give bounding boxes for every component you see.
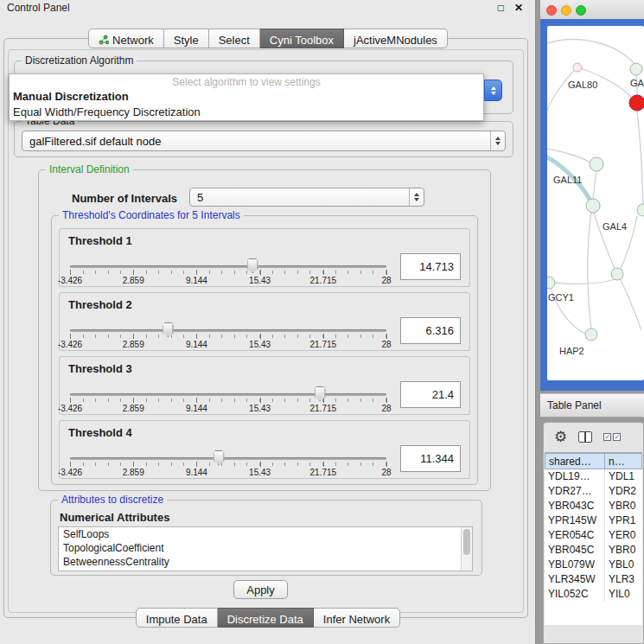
network-view-window: GAL80 GA GAL11 GAL4 GCY1 HAP2 [540, 0, 644, 391]
table-row[interactable]: YBR045CYBR0 [545, 543, 642, 558]
scrollbar-thumb[interactable] [463, 529, 470, 555]
threshold-2-panel: Threshold 2 -3.426 2.859 9.144 15.43 21.… [59, 292, 470, 351]
slider-track[interactable] [70, 457, 386, 460]
network-node[interactable] [590, 157, 603, 171]
table-panel-title: Table Panel [540, 399, 602, 411]
algorithm-option-equal-width[interactable]: Equal Width/Frequency Discretization [10, 105, 483, 120]
tab-style[interactable]: Style [164, 29, 209, 48]
network-canvas[interactable]: GAL80 GA GAL11 GAL4 GCY1 HAP2 [547, 26, 644, 380]
thresholds-group: Threshold's Coordinates for 5 Intervals … [51, 215, 478, 485]
checkbox-icon[interactable]: ✓ [613, 433, 621, 441]
slider-track[interactable] [70, 393, 386, 396]
slider-minor-ticks [70, 335, 386, 338]
network-node[interactable] [637, 204, 644, 216]
table-row[interactable]: YLR345WYLR3 [545, 572, 642, 587]
table-panel-window: ⚙ ✓ ✓ shared… n… YDL19…YDL1 YDR27…YDR2 Y… [543, 422, 644, 644]
tab-discretize-data[interactable]: Discretize Data [218, 608, 314, 628]
node-label: GCY1 [548, 292, 574, 303]
threshold-3-slider[interactable]: -3.426 2.859 9.144 15.43 21.715 28 [70, 386, 386, 412]
table-panel-toolbar: ⚙ ✓ ✓ [544, 423, 643, 450]
table-row[interactable]: YIL052CYIL0 [545, 587, 642, 602]
threshold-3-label: Threshold 3 [68, 362, 132, 375]
threshold-4-value-field[interactable]: 11.344 [400, 445, 461, 472]
tab-impute-data[interactable]: Impute Data [136, 608, 218, 628]
apply-button[interactable]: Apply [233, 580, 288, 599]
tab-cyni-toolbox[interactable]: Cyni Toolbox [260, 29, 344, 48]
table-panel-header: Table Panel [540, 393, 644, 418]
network-node[interactable] [586, 199, 600, 213]
combo-up-arrow-icon [491, 86, 496, 90]
table-row[interactable]: YBR043CYBR0 [545, 499, 642, 513]
slider-tick-labels: -3.426 2.859 9.144 15.43 21.715 28 [70, 276, 386, 286]
list-item[interactable]: SelfLoops [59, 527, 472, 541]
combo-updown-arrows-icon [490, 131, 505, 150]
tab-select[interactable]: Select [209, 29, 260, 48]
discretization-algorithm-group-label: Discretization Algorithm [22, 54, 137, 67]
list-item[interactable]: BetweennessCentrality [59, 555, 472, 569]
algorithm-combobox-arrows[interactable] [484, 80, 502, 101]
threshold-1-label: Threshold 1 [68, 234, 132, 247]
list-item[interactable]: TopologicalCoefficient [59, 541, 472, 555]
slider-tick-labels: -3.426 2.859 9.144 15.43 21.715 28 [70, 340, 386, 350]
application-root: Control Panel □ ✕ Network [0, 0, 644, 644]
network-node[interactable] [611, 268, 623, 280]
traffic-light-zoom-icon[interactable] [576, 5, 586, 16]
traffic-light-minimize-icon[interactable] [561, 5, 571, 16]
network-window-titlebar [540, 0, 644, 19]
checkbox-icon[interactable]: ✓ [603, 433, 611, 441]
tab-infer-network[interactable]: Infer Network [314, 608, 400, 628]
tab-impute-data-label: Impute Data [146, 613, 207, 626]
threshold-1-value-field[interactable]: 14.713 [400, 253, 461, 280]
attributes-list-scrollbar[interactable] [461, 527, 472, 571]
table-data-group: Table Data galFiltered.sif default node [14, 121, 513, 157]
table-row[interactable]: YBL079WYBL0 [545, 558, 642, 572]
number-of-intervals-combobox[interactable]: 5 [189, 188, 424, 207]
slider-track[interactable] [70, 329, 386, 332]
slider-track[interactable] [70, 265, 386, 268]
traffic-light-close-icon[interactable] [546, 5, 557, 16]
network-node[interactable] [630, 63, 642, 75]
thresholds-group-label: Threshold's Coordinates for 5 Intervals [59, 209, 244, 221]
network-node[interactable] [573, 63, 582, 72]
node-attribute-table[interactable]: shared… n… YDL19…YDL1 YDR27…YDR2 YBR043C… [545, 452, 642, 625]
gear-icon[interactable]: ⚙ [554, 430, 567, 444]
threshold-2-slider[interactable]: -3.426 2.859 9.144 15.43 21.715 28 [70, 322, 386, 348]
tab-network-label: Network [112, 34, 154, 47]
network-node[interactable] [547, 277, 555, 289]
attributes-group: Attributes to discretize Numerical Attri… [50, 500, 482, 576]
threshold-3-panel: Threshold 3 -3.426 2.859 9.144 15.43 21.… [59, 356, 470, 415]
tab-discretize-data-label: Discretize Data [227, 613, 303, 626]
threshold-4-slider[interactable]: -3.426 2.859 9.144 15.43 21.715 28 [70, 450, 386, 476]
slider-tick-labels: -3.426 2.859 9.144 15.43 21.715 28 [70, 468, 386, 478]
tab-select-label: Select [219, 34, 250, 47]
network-node-selected[interactable] [629, 95, 644, 111]
column-header-shared-name[interactable]: shared… [545, 453, 605, 469]
algorithm-option-manual[interactable]: Manual Discretization [10, 89, 483, 105]
network-node[interactable] [585, 328, 597, 341]
close-window-icon[interactable]: ✕ [514, 2, 523, 14]
table-row[interactable]: YER054CYER0 [545, 528, 642, 543]
node-label: GAL4 [603, 221, 627, 232]
algorithm-popup-hint: Select algorithm to view settings [10, 74, 483, 89]
table-row[interactable]: YDL19…YDL1 [545, 469, 642, 484]
numerical-attributes-list[interactable]: SelfLoops TopologicalCoefficient Between… [58, 526, 473, 571]
threshold-2-value-field[interactable]: 6.316 [400, 317, 461, 344]
table-data-combobox[interactable]: galFiltered.sif default node [22, 131, 506, 151]
threshold-3-value-field[interactable]: 21.4 [400, 381, 461, 408]
tab-network[interactable]: Network [88, 29, 164, 48]
algorithm-dropdown-popup: Select algorithm to view settings Manual… [9, 73, 484, 121]
column-header-name[interactable]: n… [605, 453, 642, 469]
control-panel-titlebar: Control Panel □ ✕ [0, 0, 535, 16]
float-window-icon[interactable]: □ [498, 2, 504, 14]
table-row[interactable]: YPR145WYPR1 [545, 513, 642, 528]
network-graph: GAL80 GA GAL11 GAL4 GCY1 HAP2 [547, 26, 644, 380]
slider-minor-ticks [70, 271, 386, 274]
tab-jactivemnodules[interactable]: jActiveMNodules [344, 29, 448, 48]
tab-infer-network-label: Infer Network [323, 613, 390, 626]
columns-icon[interactable] [578, 431, 592, 443]
threshold-1-slider[interactable]: -3.426 2.859 9.144 15.43 21.715 28 [70, 258, 386, 284]
table-data-combobox-value: galFiltered.sif default node [22, 135, 490, 148]
node-label: GAL11 [553, 175, 582, 185]
select-columns-icons: ✓ ✓ [603, 433, 621, 441]
table-row[interactable]: YDR27…YDR2 [545, 484, 642, 499]
